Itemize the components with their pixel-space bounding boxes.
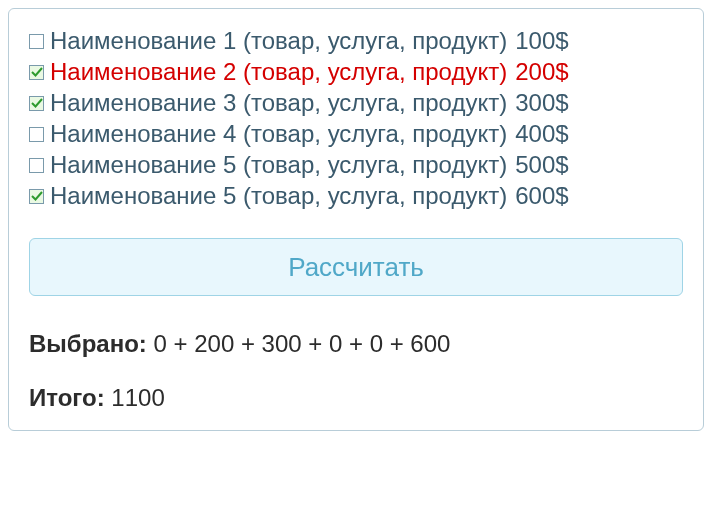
calculator-panel: Наименование 1 (товар, услуга, продукт) … [8,8,704,431]
item-checkbox-5[interactable] [29,158,44,173]
item-price: 400$ [515,120,568,148]
item-checkbox-6[interactable] [29,189,44,204]
item-price: 300$ [515,89,568,117]
item-checkbox-2[interactable] [29,65,44,80]
item-price: 100$ [515,27,568,55]
item-row: Наименование 5 (товар, услуга, продукт) … [29,151,683,179]
item-price: 600$ [515,182,568,210]
item-label: Наименование 4 (товар, услуга, продукт) [50,120,507,148]
item-row: Наименование 4 (товар, услуга, продукт) … [29,120,683,148]
item-price: 500$ [515,151,568,179]
selected-label: Выбрано: [29,330,147,357]
item-row: Наименование 1 (товар, услуга, продукт) … [29,27,683,55]
item-label: Наименование 1 (товар, услуга, продукт) [50,27,507,55]
item-label: Наименование 5 (товар, услуга, продукт) [50,151,507,179]
item-label: Наименование 5 (товар, услуга, продукт) [50,182,507,210]
selected-line: Выбрано: 0 + 200 + 300 + 0 + 0 + 600 [29,330,683,358]
item-row: Наименование 5 (товар, услуга, продукт) … [29,182,683,210]
total-line: Итого: 1100 [29,384,683,412]
item-checkbox-4[interactable] [29,127,44,142]
calculate-button-label: Рассчитать [288,252,424,283]
calculate-button[interactable]: Рассчитать [29,238,683,296]
item-price: 200$ [515,58,568,86]
selected-expression: 0 + 200 + 300 + 0 + 0 + 600 [153,330,450,357]
total-label: Итого: [29,384,105,411]
item-label: Наименование 3 (товар, услуга, продукт) [50,89,507,117]
item-checkbox-3[interactable] [29,96,44,111]
item-row: Наименование 3 (товар, услуга, продукт) … [29,89,683,117]
item-checkbox-1[interactable] [29,34,44,49]
item-label: Наименование 2 (товар, услуга, продукт) [50,58,507,86]
item-row: Наименование 2 (товар, услуга, продукт) … [29,58,683,86]
total-value: 1100 [111,384,164,411]
